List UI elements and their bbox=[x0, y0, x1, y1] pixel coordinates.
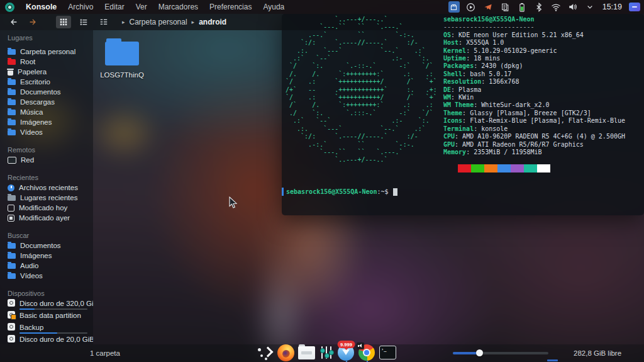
palette-swatch bbox=[471, 164, 484, 173]
konsole-app-icon bbox=[5, 3, 14, 12]
slider-fill bbox=[453, 352, 479, 354]
sidebar-item-root[interactable]: Root bbox=[0, 57, 93, 67]
disk-usage-bar bbox=[19, 332, 87, 334]
neofetch-ascii-logo: `..---+/---..` `---.`` `` `.---.` .--.` … bbox=[286, 16, 437, 164]
music-folder-icon bbox=[8, 110, 16, 115]
updates-app-icon[interactable]: 9.999 bbox=[338, 344, 355, 361]
sidebar-search-documentos[interactable]: Documentos bbox=[0, 240, 93, 251]
section-dispositivos: Dispositivos bbox=[0, 288, 93, 298]
sidebar-item-imagenes[interactable]: Imágenes bbox=[0, 117, 93, 127]
sidebar-item-escritorio[interactable]: Escritorio bbox=[0, 77, 93, 87]
media-player-icon[interactable] bbox=[465, 1, 477, 13]
sidebar-device-backup[interactable]: Backup bbox=[0, 322, 93, 334]
global-menu: Konsole Archivo Editar Ver Marcadores Pr… bbox=[0, 3, 284, 12]
clock[interactable]: 15:19 bbox=[602, 3, 622, 11]
palette-swatch bbox=[524, 164, 537, 173]
shell-prompt: sebasrock156@X555QA-Neon:~$ bbox=[282, 188, 397, 196]
konsole-window[interactable]: `..---+/---..` `---.`` `` `.---.` .--.` … bbox=[282, 14, 644, 215]
menu-preferencias[interactable]: Preferencias bbox=[209, 3, 252, 11]
volume-icon[interactable] bbox=[567, 1, 579, 13]
calendar-icon bbox=[8, 205, 14, 212]
menu-editar[interactable]: Editar bbox=[104, 3, 124, 11]
folder-losg7thinq[interactable]: LOSG7ThinQ bbox=[99, 38, 145, 79]
hard-drive-icon bbox=[8, 299, 15, 307]
sidebar-item-modificado-ayer[interactable]: Modificado ayer bbox=[0, 213, 93, 223]
chrome-icon[interactable] bbox=[358, 344, 375, 361]
wifi-icon[interactable] bbox=[550, 1, 562, 13]
breadcrumb-current[interactable]: android bbox=[199, 18, 226, 26]
menu-archivo[interactable]: Archivo bbox=[68, 3, 93, 11]
chevron-down-icon[interactable] bbox=[584, 1, 596, 13]
breadcrumb-home[interactable]: Carpeta personal bbox=[130, 18, 187, 26]
details-view-button[interactable] bbox=[96, 16, 111, 28]
sidebar-item-lugares-recientes[interactable]: Lugares recientes bbox=[0, 193, 93, 203]
system-tray: 15:19 bbox=[448, 1, 644, 13]
palette-swatch bbox=[458, 164, 471, 173]
sidebar-item-musica[interactable]: Música bbox=[0, 107, 93, 117]
recent-places-icon bbox=[8, 195, 16, 201]
sidebar-item-papelera[interactable]: Papelera bbox=[0, 67, 93, 77]
panel-corner-widget[interactable] bbox=[629, 3, 640, 11]
section-recientes: Recientes bbox=[0, 173, 93, 183]
forward-button[interactable] bbox=[25, 16, 40, 28]
disk-usage-bar bbox=[19, 308, 87, 310]
network-icon bbox=[8, 157, 16, 164]
bluetooth-icon[interactable] bbox=[533, 1, 545, 13]
search-images-icon bbox=[8, 253, 16, 259]
firefox-icon[interactable] bbox=[277, 344, 294, 361]
sidebar-search-imagenes[interactable]: Imágenes bbox=[0, 251, 93, 261]
neofetch-title: sebasrock156@X555QA-Neon bbox=[443, 16, 625, 23]
hard-drive-icon bbox=[8, 335, 15, 342]
desktop-folder-icon bbox=[8, 79, 16, 85]
breadcrumb: ▸ Carpeta personal ▸ android bbox=[122, 18, 226, 26]
sidebar-device-disco-320[interactable]: Disco duro de 320,0 GiB bbox=[0, 298, 93, 310]
sidebar-item-archivos-recientes[interactable]: Archivos recientes bbox=[0, 183, 93, 193]
root-folder-icon bbox=[8, 59, 16, 65]
sidebar-item-red[interactable]: Red bbox=[0, 155, 93, 165]
sidebar-item-videos[interactable]: Vídeos bbox=[0, 127, 93, 137]
places-sidebar: Lugares Carpeta personal Root Papelera E… bbox=[0, 30, 93, 344]
trash-icon bbox=[8, 69, 13, 76]
sidebar-search-audio[interactable]: Audio bbox=[0, 261, 93, 271]
videos-folder-icon bbox=[8, 130, 16, 135]
sidebar-device-disco-20[interactable]: Disco duro de 20,0 GiB bbox=[0, 334, 93, 344]
icon-zoom-slider[interactable] bbox=[453, 352, 548, 354]
sidebar-item-carpeta-personal[interactable]: Carpeta personal bbox=[0, 47, 93, 57]
menu-marcadores[interactable]: Marcadores bbox=[158, 3, 198, 11]
sidebar-item-modificado-hoy[interactable]: Modificado hoy bbox=[0, 203, 93, 213]
menu-ayuda[interactable]: Ayuda bbox=[263, 3, 284, 11]
hard-drive-warning-icon bbox=[8, 311, 15, 319]
search-documents-icon bbox=[8, 243, 16, 249]
sidebar-device-basic-data[interactable]: Basic data partition bbox=[0, 310, 93, 322]
desktop-screen: Konsole Archivo Editar Ver Marcadores Pr… bbox=[0, 0, 644, 362]
terminal-cursor bbox=[393, 188, 397, 196]
dock: 9.999 bbox=[257, 339, 396, 361]
package-manager-icon[interactable] bbox=[448, 1, 460, 13]
back-button[interactable] bbox=[6, 16, 21, 28]
active-app-name: Konsole bbox=[26, 3, 57, 11]
battery-icon[interactable] bbox=[516, 1, 528, 13]
sidebar-search-videos[interactable]: Vídeos bbox=[0, 271, 93, 281]
sidebar-item-descargas[interactable]: Descargas bbox=[0, 97, 93, 107]
settings-icon[interactable] bbox=[319, 345, 334, 360]
mouse-cursor bbox=[229, 196, 238, 209]
top-panel: Konsole Archivo Editar Ver Marcadores Pr… bbox=[0, 0, 644, 14]
downloads-folder-icon bbox=[8, 99, 16, 105]
file-manager-icon[interactable] bbox=[298, 344, 315, 361]
section-buscar: Buscar bbox=[0, 230, 93, 240]
palette-swatch bbox=[511, 164, 524, 173]
folder-label: LOSG7ThinQ bbox=[99, 71, 145, 79]
konsole-dock-icon[interactable] bbox=[379, 344, 396, 361]
slider-knob[interactable] bbox=[476, 349, 483, 356]
icons-view-button[interactable] bbox=[56, 16, 71, 28]
calendar-dot-icon bbox=[8, 215, 14, 222]
menu-ver[interactable]: Ver bbox=[136, 3, 147, 11]
app-launcher-icon[interactable] bbox=[257, 344, 274, 361]
telegram-icon[interactable] bbox=[482, 1, 494, 13]
palette-swatch bbox=[497, 164, 511, 173]
prompt-accent-bar bbox=[282, 188, 284, 196]
compact-view-button[interactable] bbox=[76, 16, 91, 28]
sidebar-item-documentos[interactable]: Documentos bbox=[0, 87, 93, 97]
clipboard-icon[interactable] bbox=[499, 1, 511, 13]
notification-badge: 9.999 bbox=[337, 341, 355, 348]
